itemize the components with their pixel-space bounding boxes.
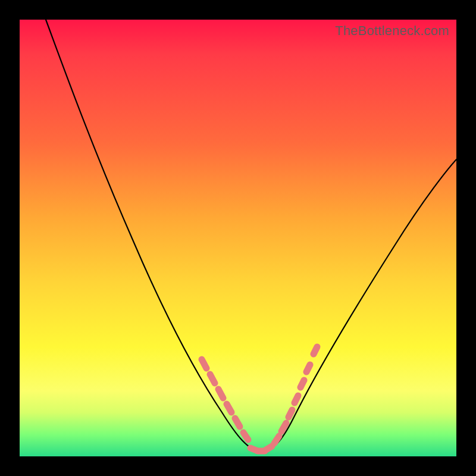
marker-seg — [235, 418, 240, 427]
marker-seg — [281, 423, 286, 431]
bottleneck-curve — [46, 20, 456, 451]
curve-svg — [20, 20, 456, 456]
marker-seg — [243, 433, 248, 440]
marker-seg — [295, 396, 298, 403]
marker-seg — [306, 365, 310, 372]
marker-seg — [274, 436, 279, 443]
marker-seg — [314, 347, 317, 354]
marker-seg — [202, 359, 206, 368]
marker-seg — [266, 446, 272, 450]
marker-seg — [227, 404, 231, 412]
marker-seg — [300, 380, 304, 387]
plot-area: TheBottleneck.com — [20, 20, 456, 456]
marker-seg — [289, 410, 292, 417]
marker-seg — [218, 389, 223, 398]
marker-seg — [210, 374, 215, 383]
chart-stage: TheBottleneck.com — [0, 0, 476, 476]
marker-group — [202, 347, 317, 451]
